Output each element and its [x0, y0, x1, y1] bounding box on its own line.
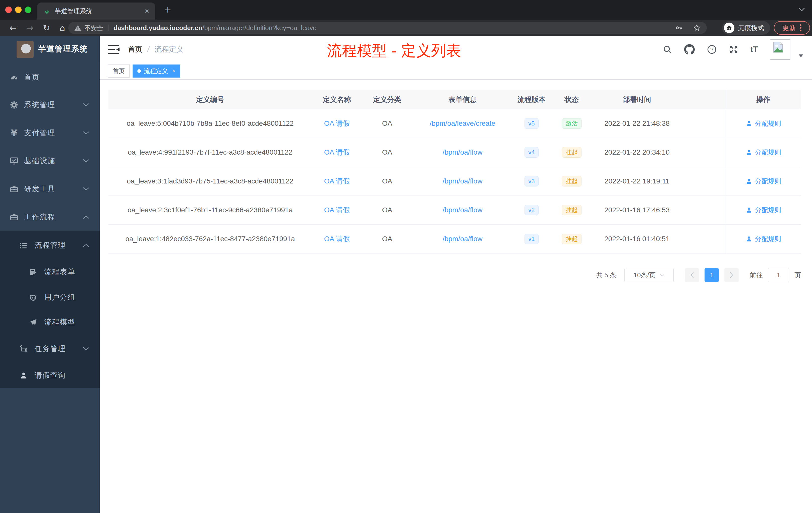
definition-name-link[interactable]: OA 请假: [324, 119, 350, 128]
goto-page-input[interactable]: [768, 268, 789, 282]
browser-menu-dots-icon[interactable]: [800, 24, 802, 31]
help-icon[interactable]: ?: [707, 44, 717, 55]
tab-title: 芋道管理系统: [55, 7, 142, 15]
browser-update-button[interactable]: 更新: [774, 21, 810, 35]
user-solid-icon: [746, 235, 753, 242]
definition-name-link[interactable]: OA 请假: [324, 234, 350, 244]
sidebar-item-home[interactable]: 首页: [0, 65, 100, 90]
definition-name-link[interactable]: OA 请假: [324, 148, 350, 157]
navbar: 首页 / 流程定义 流程模型 - 定义列表 ?: [100, 36, 812, 62]
form-link[interactable]: /bpm/oa/flow: [443, 177, 483, 185]
pagination: 共 5 条 10条/页 1 前往 页: [596, 268, 801, 282]
user-avatar[interactable]: [770, 39, 790, 60]
assign-rule-button[interactable]: 分配规则: [746, 235, 781, 243]
page-number-1[interactable]: 1: [704, 268, 719, 282]
assign-rule-button[interactable]: 分配规则: [746, 206, 781, 215]
cell-category: OA: [362, 167, 412, 195]
chevron-down-icon: [83, 347, 89, 351]
sidebar-item-leave-query[interactable]: 请假查询: [0, 363, 100, 388]
breadcrumb: 首页 / 流程定义: [128, 36, 183, 62]
avatar-caret-icon[interactable]: [799, 54, 804, 58]
col-header-name: 定义名称: [312, 90, 362, 109]
table-row: oa_leave:1:482ec033-762a-11ec-8477-a2380…: [109, 224, 801, 253]
key-icon[interactable]: [675, 24, 683, 32]
status-badge: 挂起: [562, 205, 581, 215]
prev-icon: [690, 272, 694, 278]
forward-icon[interactable]: →: [26, 23, 34, 33]
form-link[interactable]: /bpm/oa/leave/create: [430, 119, 495, 127]
page-size-select[interactable]: 10条/页: [625, 268, 674, 282]
chevron-down-icon: [83, 103, 89, 107]
assign-rule-button[interactable]: 分配规则: [746, 148, 781, 157]
font-size-icon[interactable]: tT: [751, 45, 758, 54]
tag-close-icon[interactable]: ×: [172, 68, 175, 74]
assign-rule-button[interactable]: 分配规则: [746, 119, 781, 128]
paper-plane-icon: [28, 317, 38, 327]
sidebar-item-infra[interactable]: 基础设施: [0, 148, 100, 174]
sidebar-item-process-mgmt[interactable]: 流程管理: [0, 233, 100, 258]
close-tab-icon[interactable]: ×: [145, 7, 149, 15]
definition-name-link[interactable]: OA 请假: [324, 205, 350, 215]
sidebar-item-task-mgmt[interactable]: 任务管理: [0, 336, 100, 361]
sidebar-item-devtools[interactable]: 研发工具: [0, 176, 100, 202]
next-page-button[interactable]: [724, 268, 739, 282]
sidebar-item-process-form[interactable]: 流程表单: [0, 260, 100, 284]
status-badge: 挂起: [562, 234, 581, 244]
update-label: 更新: [782, 23, 796, 32]
traffic-light-zoom[interactable]: [25, 6, 31, 13]
breadcrumb-separator: /: [147, 45, 149, 54]
col-header-filler: [681, 90, 726, 109]
cell-deploy-time: 2022-01-16 17:46:53: [593, 196, 681, 224]
new-tab-button[interactable]: +: [162, 4, 174, 16]
version-badge: v1: [524, 234, 538, 244]
form-link[interactable]: /bpm/oa/flow: [443, 206, 483, 214]
sidebar-item-process-model[interactable]: 流程模型: [0, 310, 100, 335]
browser-tab[interactable]: 芋道管理系统 ×: [37, 2, 155, 20]
col-header-version: 流程版本: [513, 90, 550, 109]
home-icon[interactable]: ⌂: [60, 23, 65, 33]
search-icon[interactable]: [663, 45, 672, 54]
definition-name-link[interactable]: OA 请假: [324, 176, 350, 186]
tab-search-chevron-icon[interactable]: [799, 7, 805, 11]
assign-rule-button[interactable]: 分配规则: [746, 177, 781, 186]
incognito-label: 无痕模式: [738, 24, 764, 32]
process-definition-table: 定义编号 定义名称 定义分类 表单信息 流程版本 状态 部署时间 操作 oa_l…: [109, 90, 801, 253]
incognito-badge: 无痕模式: [722, 21, 770, 35]
bookmark-star-icon[interactable]: [693, 24, 701, 32]
tag-home[interactable]: 首页: [108, 64, 129, 78]
fullscreen-icon[interactable]: [729, 45, 738, 54]
cell-category: OA: [362, 138, 412, 167]
robot-icon: [28, 292, 38, 302]
prev-page-button[interactable]: [685, 268, 699, 282]
browser-toolbar: ← → ↻ ⌂ 不安全 dashboard.yudao.iocoder.cn/b…: [0, 20, 812, 36]
cell-definition-id: oa_leave:2:3c1f0ef1-76b1-11ec-9c66-a2380…: [109, 196, 312, 224]
breadcrumb-home[interactable]: 首页: [128, 44, 142, 55]
form-link[interactable]: /bpm/oa/flow: [443, 235, 483, 243]
tag-process-definition[interactable]: 流程定义 ×: [133, 64, 180, 78]
hamburger-icon[interactable]: [108, 44, 120, 55]
sidebar-item-workflow[interactable]: 工作流程: [0, 205, 100, 230]
user-icon: [19, 370, 29, 381]
sidebar-item-system[interactable]: 系统管理: [0, 92, 100, 117]
chevron-down-icon: [660, 274, 665, 277]
monitor-icon: [9, 156, 19, 166]
sidebar-item-payment[interactable]: ¥ 支付管理: [0, 120, 100, 146]
traffic-light-close[interactable]: [5, 6, 12, 13]
reload-icon[interactable]: ↻: [43, 23, 50, 33]
table-row: oa_leave:4:991f2193-7b7f-11ec-a3c8-acde4…: [109, 138, 801, 167]
address-bar[interactable]: 不安全 dashboard.yudao.iocoder.cn/bpm/manag…: [68, 22, 707, 34]
cell-deploy-time: 2022-01-16 01:40:51: [593, 224, 681, 253]
chevron-up-icon: [83, 215, 89, 219]
version-badge: v4: [524, 147, 538, 158]
form-link[interactable]: /bpm/oa/flow: [443, 148, 483, 156]
navbar-actions: ? tT: [663, 36, 804, 62]
traffic-light-minimize[interactable]: [15, 6, 22, 13]
ssl-warning-icon[interactable]: [74, 25, 81, 31]
url-path: /bpm/manager/definition?key=oa_leave: [202, 24, 317, 32]
github-icon[interactable]: [684, 44, 695, 55]
back-icon[interactable]: ←: [9, 23, 17, 33]
sidebar-logo[interactable]: 芋道管理系统: [0, 36, 100, 64]
sidebar-item-user-group[interactable]: 用户分组: [0, 285, 100, 310]
cell-deploy-time: 2022-01-22 21:48:38: [593, 109, 681, 138]
cell-category: OA: [362, 196, 412, 224]
